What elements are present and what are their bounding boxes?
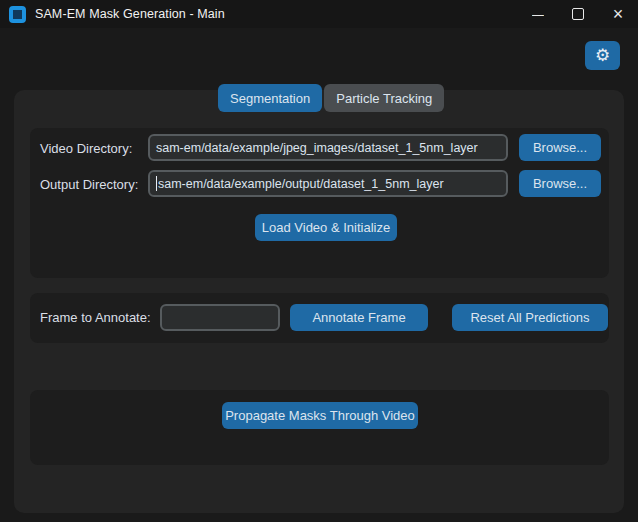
output-directory-input[interactable]: sam-em/data/example/output/dataset_1_5nm… [148,170,508,197]
window-title: SAM-EM Mask Generation - Main [35,7,225,21]
video-directory-label: Video Directory: [40,141,132,156]
titlebar: SAM-EM Mask Generation - Main — × [0,0,638,28]
frame-to-annotate-input[interactable] [160,304,280,331]
maximize-icon [572,8,584,20]
window-controls: — × [518,0,638,28]
tab-bar: Segmentation Particle Tracking [218,84,444,112]
minimize-button[interactable]: — [518,0,558,28]
frame-to-annotate-label: Frame to Annotate: [40,310,151,325]
reset-all-predictions-button[interactable]: Reset All Predictions [452,304,608,331]
annotate-section: Frame to Annotate: Annotate Frame Reset … [30,293,609,343]
settings-button[interactable]: ⚙ [585,41,620,70]
tab-particle-tracking[interactable]: Particle Tracking [324,84,444,112]
gear-icon: ⚙ [595,47,610,64]
close-button[interactable]: × [598,0,638,28]
output-directory-value: sam-em/data/example/output/dataset_1_5nm… [158,177,444,191]
output-directory-label: Output Directory: [40,177,138,192]
video-directory-input[interactable]: sam-em/data/example/jpeg_images/dataset_… [148,134,508,161]
app-window: SAM-EM Mask Generation - Main — × ⚙ Segm… [0,0,638,522]
video-browse-button[interactable]: Browse... [519,134,601,161]
propagate-masks-button[interactable]: Propagate Masks Through Video [222,402,418,429]
close-icon: × [613,5,624,23]
text-cursor [156,176,157,191]
propagate-section: Propagate Masks Through Video [30,390,609,465]
output-browse-button[interactable]: Browse... [519,170,601,197]
minimize-icon: — [532,7,544,21]
maximize-button[interactable] [558,0,598,28]
tab-segmentation[interactable]: Segmentation [218,84,322,112]
app-icon [9,6,26,23]
video-directory-value: sam-em/data/example/jpeg_images/dataset_… [156,141,478,155]
annotate-frame-button[interactable]: Annotate Frame [290,304,428,331]
load-video-button[interactable]: Load Video & Initialize [255,214,397,241]
directories-section: Video Directory: sam-em/data/example/jpe… [30,128,609,278]
